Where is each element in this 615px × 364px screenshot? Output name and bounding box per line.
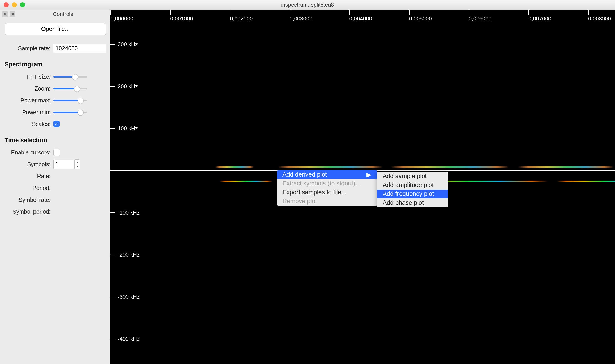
power-min-slider[interactable] (53, 110, 87, 115)
dock-close-icon[interactable]: ✕ (2, 11, 8, 17)
freq-axis-tick: -200 kHz (110, 252, 140, 258)
time-axis-tick: 0,002000 (230, 10, 253, 22)
time-axis-tick: 0,008000 (588, 10, 611, 22)
stepper-down-icon[interactable]: ▾ (75, 165, 80, 169)
symbols-stepper[interactable]: ▴ ▾ (75, 159, 80, 169)
power-max-row: Power max: (5, 94, 106, 106)
controls-panel: Open file... Sample rate: Spectrogram FF… (0, 19, 110, 364)
signal-band (518, 166, 614, 168)
sample-rate-input[interactable] (53, 44, 106, 53)
menu-item[interactable]: Add derived plot▶ (277, 170, 377, 179)
time-axis-tick: 0,006000 (469, 10, 492, 22)
submenu-arrow-icon: ▶ (367, 171, 371, 178)
menu-item: Extract symbols (to stdout)... (277, 179, 377, 188)
time-axis-tick: 0,004000 (349, 10, 372, 22)
time-axis-tick: 0,003000 (289, 10, 312, 22)
symbol-period-label: Symbol period: (5, 208, 53, 215)
power-max-label: Power max: (5, 97, 53, 104)
fft-size-label: FFT size: (5, 74, 53, 80)
menu-item[interactable]: Add phase plot (377, 198, 448, 207)
fft-size-row: FFT size: (5, 71, 106, 83)
stepper-up-icon[interactable]: ▴ (75, 160, 80, 165)
scales-row: Scales: ✓ (5, 118, 106, 130)
signal-band (557, 181, 615, 182)
period-label: Period: (5, 185, 53, 191)
signal-band (391, 166, 509, 168)
symbols-row: Symbols: ▴ ▾ (5, 158, 106, 170)
enable-cursors-checkbox[interactable] (53, 149, 60, 156)
dock-title: Controls (15, 11, 110, 17)
controls-dock-header: ✕ ▣ Controls (0, 10, 110, 19)
time-axis-tick: 0,005000 (409, 10, 432, 22)
open-file-button[interactable]: Open file... (5, 23, 106, 35)
zoom-row: Zoom: (5, 83, 106, 94)
signal-band (215, 166, 254, 168)
time-axis-tick: 0,001000 (170, 10, 193, 22)
dock-detach-icon[interactable]: ▣ (10, 11, 15, 17)
signal-band (278, 166, 383, 168)
context-menu[interactable]: Add derived plot▶Extract symbols (to std… (277, 170, 377, 206)
symbols-label: Symbols: (5, 161, 53, 168)
power-min-row: Power min: (5, 106, 106, 118)
window-title: inspectrum: split5.cu8 (0, 1, 615, 8)
freq-axis-tick: -300 kHz (110, 294, 140, 300)
freq-axis-tick: -100 kHz (110, 209, 140, 216)
scales-checkbox[interactable]: ✓ (53, 121, 60, 127)
power-max-slider[interactable] (53, 98, 87, 103)
sample-rate-row: Sample rate: (5, 42, 106, 54)
window-titlebar: inspectrum: split5.cu8 (0, 0, 615, 10)
sample-rate-label: Sample rate: (5, 45, 53, 52)
signal-band (220, 181, 272, 182)
menu-item[interactable]: Add sample plot (377, 172, 448, 181)
freq-axis-tick: 100 kHz (110, 125, 138, 132)
time-selection-heading: Time selection (5, 137, 106, 144)
symbol-rate-label: Symbol rate: (5, 196, 53, 203)
freq-axis-tick: 200 kHz (110, 83, 138, 90)
fft-size-slider[interactable] (53, 74, 87, 79)
menu-item[interactable]: Export samples to file... (277, 188, 377, 197)
rate-label: Rate: (5, 173, 53, 180)
power-min-label: Power min: (5, 109, 53, 116)
menu-item[interactable]: Add frequency plot (377, 190, 448, 198)
scales-label: Scales: (5, 121, 53, 127)
freq-axis-tick: 300 kHz (110, 41, 138, 48)
menu-item: Remove plot (277, 197, 377, 206)
menu-item[interactable]: Add amplitude plot (377, 181, 448, 190)
spectrogram-view[interactable]: 0,0000000,0010000,0020000,0030000,004000… (110, 10, 615, 364)
time-axis-tick: 0,000000 (110, 10, 133, 22)
enable-cursors-label: Enable cursors: (5, 149, 53, 156)
spectrogram-heading: Spectrogram (5, 61, 106, 68)
zoom-label: Zoom: (5, 85, 53, 92)
time-axis-tick: 0,007000 (528, 10, 551, 22)
symbols-input[interactable] (53, 160, 75, 169)
freq-axis-tick: -400 kHz (110, 336, 140, 342)
enable-cursors-row: Enable cursors: (5, 146, 106, 158)
zoom-slider[interactable] (53, 86, 87, 91)
derived-plot-submenu[interactable]: Add sample plotAdd amplitude plotAdd fre… (377, 171, 448, 208)
